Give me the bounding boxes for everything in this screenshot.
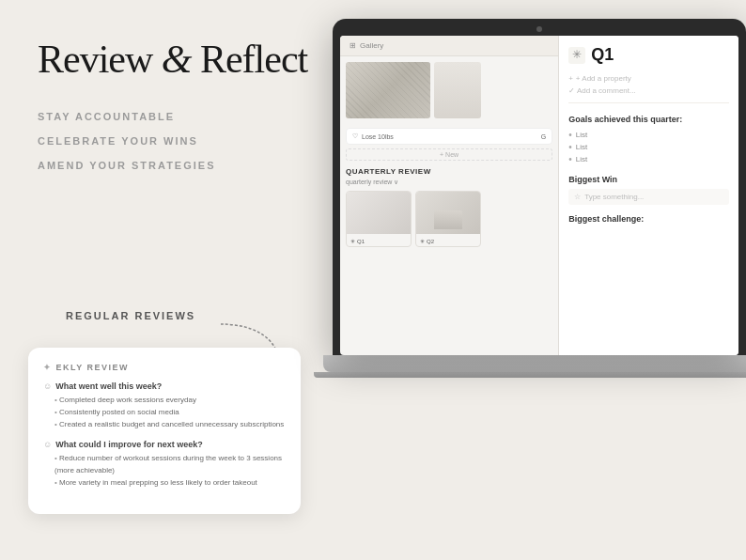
- screen-right-panel: ✳ Q1 + + Add a property ✓ Add a comment.…: [559, 36, 738, 355]
- regular-reviews-label: REGULAR REVIEWS: [66, 310, 195, 321]
- gallery-images: [340, 56, 558, 124]
- laptop-screen-outer: ⊞ Gallery ♡ Lose 10lbs G + New QUARTERLY…: [333, 19, 746, 355]
- review-bullets-2: Reduce number of workout sessions during…: [43, 453, 286, 489]
- left-panel: Review & Reflect STAY ACCOUNTABLE CELEBR…: [38, 38, 338, 205]
- taglines-list: STAY ACCOUNTABLE CELEBRATE YOUR WINS AME…: [38, 111, 338, 171]
- gallery-image-2: [434, 62, 481, 118]
- review-question-2: What could I improve for next week?: [43, 440, 286, 449]
- laptop-mockup: ⊞ Gallery ♡ Lose 10lbs G + New QUARTERLY…: [333, 19, 746, 545]
- bullet-item: Created a realistic budget and cancelled…: [54, 419, 286, 431]
- comment-icon: ✓: [568, 86, 575, 95]
- q2-card-image: [416, 192, 480, 234]
- tagline-2: CELEBRATE YOUR WINS: [38, 135, 338, 147]
- bullet-item: Consistently posted on social media: [54, 407, 286, 419]
- biggest-challenge-heading: Biggest challenge:: [568, 214, 729, 224]
- q1-card-image: [347, 192, 411, 234]
- title-word2: Reflect: [200, 38, 307, 81]
- biggest-win-heading: Biggest Win: [568, 175, 729, 184]
- laptop-camera: [536, 26, 542, 32]
- quarterly-section: QUARTERLY REVIEW quarterly review ∨ ✳ Q1: [340, 163, 558, 251]
- screen-gallery-header: ⊞ Gallery: [340, 36, 558, 56]
- q1-title: Q1: [591, 45, 614, 65]
- bullet-item: Reduce number of workout sessions during…: [54, 453, 286, 477]
- weekly-review-card: ✦ EKLY REVIEW What went well this week? …: [28, 348, 301, 514]
- screen-left-panel: ⊞ Gallery ♡ Lose 10lbs G + New QUARTERLY…: [340, 36, 559, 355]
- main-title: Review & Reflect: [38, 38, 338, 81]
- title-word1: Review: [38, 38, 152, 81]
- gallery-card: ♡ Lose 10lbs G: [346, 128, 552, 145]
- star-icon: ☆: [574, 193, 581, 201]
- laptop-screen: ⊞ Gallery ♡ Lose 10lbs G + New QUARTERLY…: [340, 36, 738, 355]
- title-ampersand: &: [162, 38, 200, 81]
- q2-star-icon: ✳: [420, 238, 425, 244]
- goal-item-1: List: [568, 129, 729, 141]
- goal-item-3: List: [568, 153, 729, 165]
- q1-star-icon: ✳: [350, 238, 355, 244]
- quarterly-cards: ✳ Q1 ✳ Q2: [346, 191, 552, 247]
- quarterly-card-q1[interactable]: ✳ Q1: [346, 191, 412, 247]
- review-section-1: What went well this week? Completed deep…: [43, 381, 286, 430]
- add-comment[interactable]: ✓ Add a comment...: [568, 86, 729, 103]
- quarterly-title: QUARTERLY REVIEW: [346, 167, 552, 176]
- review-bullets-1: Completed deep work sessions everyday Co…: [43, 395, 286, 430]
- tagline-1: STAY ACCOUNTABLE: [38, 111, 338, 122]
- goals-heading: Goals achieved this quarter:: [568, 115, 729, 124]
- gallery-card-suffix: G: [541, 133, 546, 140]
- laptop-foot: [314, 372, 746, 378]
- card-title: ✦ EKLY REVIEW: [43, 363, 286, 372]
- q1-card-label: ✳ Q1: [350, 238, 365, 244]
- quarterly-card-q2[interactable]: ✳ Q2: [415, 191, 481, 247]
- new-button[interactable]: + New: [346, 148, 552, 161]
- quarterly-filter[interactable]: quarterly review ∨: [346, 179, 552, 186]
- review-question-1: What went well this week?: [43, 381, 286, 391]
- bullet-item: More variety in meal prepping so less li…: [54, 477, 286, 490]
- review-section-2: What could I improve for next week? Redu…: [43, 440, 286, 489]
- add-property[interactable]: + + Add a property: [568, 74, 729, 83]
- goals-list: List List List: [568, 129, 729, 165]
- gallery-icon: ⊞: [350, 41, 356, 50]
- plus-icon: +: [568, 74, 573, 83]
- goal-item-2: List: [568, 141, 729, 153]
- q1-header: ✳ Q1: [568, 45, 729, 65]
- bullet-item: Completed deep work sessions everyday: [54, 395, 286, 407]
- tagline-3: AMEND YOUR STRATEGIES: [38, 160, 338, 171]
- biggest-win-section: Biggest Win ☆ Type something...: [568, 175, 729, 205]
- q1-star-icon: ✳: [568, 47, 585, 64]
- laptop-base: [323, 355, 746, 372]
- heart-icon: ♡: [352, 132, 358, 140]
- biggest-win-input[interactable]: ☆ Type something...: [568, 189, 729, 205]
- gallery-image-1: [346, 62, 430, 118]
- q2-card-label: ✳ Q2: [420, 238, 434, 244]
